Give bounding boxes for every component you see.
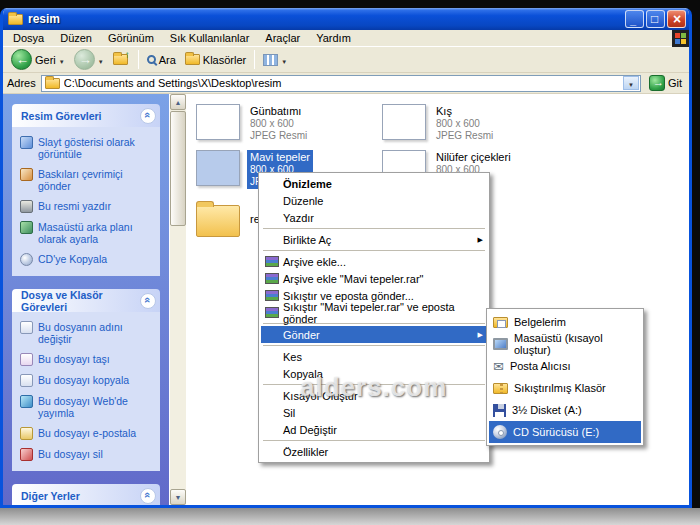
up-button[interactable] [110,53,133,66]
task-rename-file[interactable]: Bu dosyanın adını değiştir [20,321,155,345]
address-bar: Adres C:\Documents and Settings\X\Deskto… [3,73,689,94]
menu-duzen[interactable]: Düzen [52,31,100,45]
ctx-ad-degistir[interactable]: Ad Değiştir [261,421,487,438]
file-tile-kis[interactable]: Kış 800 x 600 JPEG Resmi [382,104,564,143]
flag-blue [675,39,680,44]
task-print-picture[interactable]: Bu resmi yazdır [20,200,155,213]
scroll-down-icon[interactable] [170,489,186,505]
back-button[interactable]: Geri [8,48,68,71]
views-icon [263,54,278,66]
search-icon [147,55,156,64]
folder-icon [196,205,240,237]
panel-title: Dosya ve Klasör Görevleri [21,289,140,313]
ctx-ozellikler[interactable]: Özellikler [261,443,487,460]
collapse-chevron-icon[interactable] [140,108,156,124]
panel-picture-tasks: Resim Görevleri Slayt gösterisi olarak g… [12,104,160,276]
task-set-wallpaper[interactable]: Masaüstü arka planı olarak ayarla [20,221,155,245]
rename-file-icon [20,321,33,334]
panel-other-places-header[interactable]: Diğer Yerler [12,484,160,505]
forward-dropdown-icon[interactable] [98,54,104,66]
sendto-posta-alicisi[interactable]: Posta Alıcısı [489,355,641,377]
close-button[interactable] [667,10,686,28]
title-bar[interactable]: resim [3,8,689,30]
menu-sik-kullanilanlar[interactable]: Sık Kullanılanlar [162,31,258,45]
ctx-duzenle[interactable]: Düzenle [261,192,487,209]
menu-gorunum[interactable]: Görünüm [100,31,162,45]
ctx-kes[interactable]: Kes [261,348,487,365]
ctx-birlikte-ac[interactable]: Birlikte Aç [261,231,487,248]
scroll-up-icon[interactable] [170,94,186,110]
flag-red [675,33,680,38]
menu-dosya[interactable]: Dosya [5,31,52,45]
collapse-chevron-icon[interactable] [140,488,156,504]
task-label: Bu dosyayı taşı [38,353,110,366]
minimize-button[interactable] [625,10,644,28]
folders-button[interactable]: Klasörler [182,53,249,67]
views-dropdown-icon[interactable] [281,54,287,66]
menu-yardim[interactable]: Yardım [308,31,359,45]
ctx-arsive-ekle-rar[interactable]: Arşive ekle "Mavi tepeler.rar" [261,270,487,287]
winrar-icon [265,307,279,318]
address-dropdown-button[interactable] [623,76,639,90]
winrar-icon [265,256,279,267]
go-button[interactable]: Git [646,75,685,91]
ctx-sikistir-rar-eposta[interactable]: Sıkıştır "Mavi tepeler.rar" ve eposta gö… [261,304,487,321]
task-move-file[interactable]: Bu dosyayı taşı [20,353,155,366]
ctx-label: Kes [283,351,302,363]
search-button[interactable]: Ara [144,53,179,67]
ctx-arsive-ekle[interactable]: Arşive ekle... [261,253,487,270]
ctx-label: Ad Değiştir [283,424,337,436]
task-delete-file[interactable]: Bu dosyayı sil [20,448,155,461]
selection-overlay [197,151,239,185]
sendto-disket[interactable]: 3½ Disket (A:) [489,399,641,421]
icon-gutter [261,273,283,284]
task-label: Bu dosyanın adını değiştir [38,321,155,345]
task-email-file[interactable]: Bu dosyayı e-postala [20,427,155,440]
task-copy-to-cd[interactable]: CD'ye Kopyala [20,253,155,266]
task-copy-file[interactable]: Bu dosyayı kopyala [20,374,155,387]
sendto-belgelerim[interactable]: Belgelerim [489,311,641,333]
copy-file-icon [20,374,33,387]
toolbar-separator [254,50,255,69]
address-input[interactable]: C:\Documents and Settings\X\Desktop\resi… [41,75,641,92]
maximize-button[interactable] [646,10,665,28]
flag-green [681,33,686,38]
task-publish-web[interactable]: Bu dosyayı Web'de yayımla [20,395,155,419]
menu-araclar[interactable]: Araçlar [257,31,308,45]
panel-picture-tasks-header[interactable]: Resim Görevleri [12,104,160,127]
back-dropdown-icon[interactable] [59,54,65,66]
panel-file-tasks-header[interactable]: Dosya ve Klasör Görevleri [12,289,160,312]
tile-label: Kış 800 x 600 JPEG Resmi [433,104,496,143]
print-icon [20,200,33,213]
go-icon [649,75,665,91]
forward-button[interactable] [71,48,107,71]
ctx-gonder-highlighted[interactable]: Gönder [261,326,487,343]
ctx-label: Arşive ekle "Mavi tepeler.rar" [283,273,423,285]
file-tile-gunbatimi[interactable]: Günbatımı 800 x 600 JPEG Resmi [196,104,378,143]
go-label: Git [668,77,682,89]
task-slideshow[interactable]: Slayt gösterisi olarak görüntüle [20,136,155,160]
task-label: Masaüstü arka planı olarak ayarla [38,221,155,245]
ctx-sil[interactable]: Sil [261,404,487,421]
submenu-label: Masaüstü (kısayol oluştur) [514,332,637,356]
menu-separator [263,228,485,229]
address-label: Adres [7,77,36,89]
scrollbar-thumb[interactable] [170,111,186,226]
ctx-label: Düzenle [283,195,323,207]
ctx-yazdir[interactable]: Yazdır [261,209,487,226]
sendto-masaustu[interactable]: Masaüstü (kısayol oluştur) [489,333,641,355]
sendto-cd-surucusu-highlighted[interactable]: CD Sürücüsü (E:) [489,421,641,443]
ctx-onizleme[interactable]: Önizleme [261,175,487,192]
floppy-disk-icon [493,404,506,417]
delete-file-icon [20,448,33,461]
sidebar-scrollbar[interactable] [169,94,186,505]
collapse-chevron-icon[interactable] [140,293,156,309]
toolbar-separator [138,50,139,69]
address-path[interactable]: C:\Documents and Settings\X\Desktop\resi… [64,77,619,89]
views-button[interactable] [260,53,290,67]
panel-body: Slayt gösterisi olarak görüntüle Baskıla… [12,127,160,276]
task-order-prints[interactable]: Baskıları çevrimiçi gönder [20,168,155,192]
submenu-label: CD Sürücüsü (E:) [513,426,599,438]
menu-separator [263,440,485,441]
sendto-sikistirilmis-klasor[interactable]: Sıkıştırılmış Klasör [489,377,641,399]
